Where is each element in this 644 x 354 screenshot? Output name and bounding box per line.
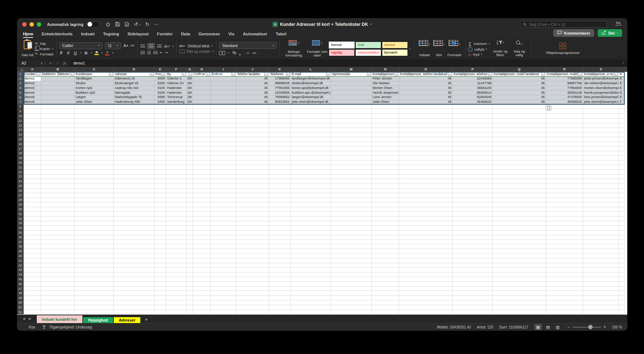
cell-M28[interactable] xyxy=(331,198,372,203)
cell-N48[interactable] xyxy=(372,291,399,296)
cell-H6[interactable] xyxy=(193,95,211,100)
name-box[interactable]: A2 ▲▼ xyxy=(17,60,45,66)
cell-C14[interactable] xyxy=(75,132,114,137)
cell-E24[interactable] xyxy=(155,179,166,184)
cell-B42[interactable] xyxy=(41,263,75,268)
cell-L17[interactable] xyxy=(291,147,331,151)
cell-N29[interactable] xyxy=(372,202,399,207)
cell-R28[interactable] xyxy=(546,198,583,203)
cell-N5[interactable]: Henrik Jørgensen xyxy=(372,90,399,95)
cell-L19[interactable] xyxy=(291,156,331,160)
cell-A39[interactable] xyxy=(24,249,41,254)
cell-J32[interactable] xyxy=(236,217,269,221)
cell-E23[interactable] xyxy=(155,175,166,179)
cell-G39[interactable] xyxy=(187,249,193,254)
cell-E52[interactable] xyxy=(155,310,166,315)
cell-J21[interactable] xyxy=(236,165,269,170)
cell-S4[interactable]: morten.olsen@eksempel.dk xyxy=(583,86,619,90)
cell-K9[interactable] xyxy=(269,109,291,114)
cell-C21[interactable] xyxy=(75,165,114,170)
cell-P3[interactable]: 11447788 xyxy=(453,81,493,86)
cell-F34[interactable] xyxy=(166,226,187,230)
cell-T40[interactable] xyxy=(619,254,625,258)
cell-O21[interactable] xyxy=(399,165,453,170)
row-number[interactable]: 45 xyxy=(17,277,24,282)
row-number[interactable]: 37 xyxy=(17,240,24,245)
cell-N52[interactable] xyxy=(372,310,399,315)
share-button[interactable]: Del ▾ xyxy=(598,29,622,37)
cell-R15[interactable] xyxy=(546,137,583,142)
cell-H42[interactable] xyxy=(193,263,211,268)
cell-K37[interactable] xyxy=(269,240,291,245)
cell-Q45[interactable] xyxy=(493,277,546,282)
cell-L5[interactable]: butikken.aps.@eksempel.dk xyxy=(291,90,331,95)
cell-K50[interactable] xyxy=(269,300,291,305)
cell-L47[interactable] xyxy=(291,287,331,291)
cell-I26[interactable] xyxy=(211,188,236,193)
cell-G23[interactable] xyxy=(187,175,193,179)
cell-E25[interactable] xyxy=(155,184,166,188)
cell-A16[interactable] xyxy=(24,142,41,147)
cell-G50[interactable] xyxy=(187,300,193,305)
cell-K43[interactable] xyxy=(269,268,291,272)
cell-J33[interactable] xyxy=(236,221,269,226)
cell-D12[interactable] xyxy=(114,123,155,128)
cell-Q44[interactable] xyxy=(493,272,546,277)
row-number[interactable]: 10 xyxy=(17,114,24,118)
cell-P51[interactable] xyxy=(453,305,493,310)
cell-F30[interactable] xyxy=(166,207,187,212)
cell-C6[interactable]: Lægen xyxy=(75,95,114,100)
cell-M17[interactable] xyxy=(331,147,372,151)
cell-F14[interactable] xyxy=(166,132,187,137)
cell-T39[interactable] xyxy=(619,249,625,254)
tab-gennemse[interactable]: Gennemse xyxy=(199,32,220,37)
cell-Q2[interactable]: 45 xyxy=(493,77,546,81)
cell-B52[interactable] xyxy=(41,310,75,315)
cell-O36[interactable] xyxy=(399,235,453,240)
cell-J36[interactable] xyxy=(236,235,269,240)
cell-H4[interactable] xyxy=(193,86,211,90)
cell-A18[interactable] xyxy=(24,151,41,156)
cell-B27[interactable] xyxy=(41,193,75,198)
cell-A33[interactable] xyxy=(24,221,41,226)
cell-J7[interactable]: 45 xyxy=(236,100,269,105)
row-number[interactable]: 43 xyxy=(17,268,24,272)
cell-F45[interactable] xyxy=(166,277,187,282)
cell-E43[interactable] xyxy=(155,268,166,272)
filter-dropdown-icon[interactable]: ▼ xyxy=(161,72,165,76)
home-icon[interactable] xyxy=(106,22,110,27)
cell-P19[interactable] xyxy=(453,156,493,160)
cell-M12[interactable] xyxy=(331,123,372,128)
cell-P8[interactable] xyxy=(453,105,493,109)
cell-P15[interactable] xyxy=(453,137,493,142)
cell-M41[interactable] xyxy=(331,258,372,263)
cell-N25[interactable] xyxy=(372,184,399,188)
cell-Q26[interactable] xyxy=(493,188,546,193)
delete-cells-button[interactable]: ✕▾ Slet xyxy=(432,39,446,58)
cell-H21[interactable] xyxy=(193,165,211,170)
cell-C13[interactable] xyxy=(75,128,114,133)
cell-C3[interactable]: Skolen xyxy=(75,81,114,86)
title-chevron-icon[interactable]: ▾ xyxy=(370,23,372,26)
cell-D14[interactable] xyxy=(114,132,155,137)
cell-Q20[interactable] xyxy=(493,160,546,165)
search-input[interactable] xyxy=(528,22,604,27)
cell-T46[interactable] xyxy=(619,282,625,287)
undo-icon[interactable]: ↺ ▾ xyxy=(134,22,141,27)
enter-icon[interactable]: ✓ xyxy=(56,61,59,65)
cell-T10[interactable] xyxy=(619,114,625,118)
cell-T28[interactable] xyxy=(619,198,625,203)
cell-A50[interactable] xyxy=(24,300,41,305)
cell-H30[interactable] xyxy=(193,207,211,212)
cell-F3[interactable]: Odense SV xyxy=(166,81,187,86)
cell-L30[interactable] xyxy=(291,207,331,212)
row-number[interactable]: 12 xyxy=(17,123,24,128)
cell-R3[interactable]: 99887766 xyxy=(546,81,583,86)
cell-O20[interactable] xyxy=(399,160,453,165)
cell-A15[interactable] xyxy=(24,137,41,142)
cell-M39[interactable] xyxy=(331,249,372,254)
cell-H17[interactable] xyxy=(193,147,211,151)
row-number[interactable]: 6 xyxy=(17,95,24,100)
cell-H48[interactable] xyxy=(193,291,211,296)
cell-T42[interactable] xyxy=(619,263,625,268)
